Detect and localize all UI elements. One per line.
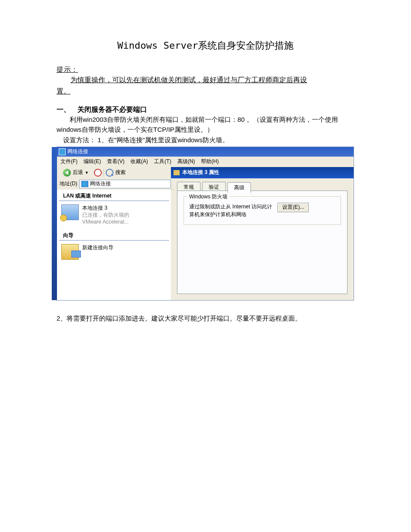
- properties-titlebar[interactable]: 本地连接 3 属性: [171, 167, 354, 178]
- left-accent-bar: [52, 147, 57, 300]
- connection-adapter: VMware Accelerat...: [82, 218, 129, 225]
- page-title: Windows Server系统自身安全防护措施: [57, 39, 354, 52]
- search-icon[interactable]: [106, 169, 114, 177]
- window-title: 网络连接: [67, 148, 88, 155]
- menu-file[interactable]: 文件(F): [60, 158, 77, 165]
- section1-head: 一、 关闭服务器不必要端口: [57, 105, 354, 114]
- address-bar: 地址(D) 网络连接: [57, 178, 174, 190]
- hint-label: 提示：: [57, 65, 354, 74]
- address-value: 网络连接: [90, 180, 111, 187]
- back-button[interactable]: 后退 ▼: [60, 168, 92, 177]
- properties-icon: [174, 170, 180, 175]
- hint-line2: 置。: [57, 86, 354, 97]
- step2-text: 2、将需要打开的端口添加进去。建议大家尽可能少打开端口。尽量不要开远程桌面。: [57, 315, 354, 323]
- tab-advanced[interactable]: 高级: [227, 182, 251, 193]
- stop-icon[interactable]: [94, 169, 102, 177]
- search-label[interactable]: 搜索: [115, 169, 126, 176]
- menu-fav[interactable]: 收藏(A): [130, 158, 148, 165]
- groupbox-legend: Windows 防火墙: [187, 193, 229, 201]
- wizard-label: 新建连接向导: [82, 244, 114, 251]
- app-icon: [59, 148, 66, 155]
- firewall-groupbox: Windows 防火墙 通过限制或防止从 Internet 访问此计 算机来保护…: [184, 196, 341, 225]
- menu-advanced[interactable]: 高级(N): [177, 158, 195, 165]
- firewall-desc-line1: 通过限制或防止从 Internet 访问此计: [189, 203, 272, 211]
- menu-help[interactable]: 帮助(H): [201, 158, 219, 165]
- tab-panel-advanced: Windows 防火墙 通过限制或防止从 Internet 访问此计 算机来保护…: [177, 191, 348, 294]
- firewall-desc-line2: 算机来保护计算机和网络: [189, 211, 272, 218]
- group-wizard-header: 向导: [59, 229, 169, 241]
- dropdown-caret-icon: ▼: [85, 171, 89, 175]
- left-pane: LAN 或高速 Internet 本地连接 3 已连接，有防火墙的 VMware…: [57, 190, 171, 300]
- hint-line1: 为慎重操作，可以先在测试机做关闭测试，最好通过与厂方工程师商定后再设: [57, 74, 354, 86]
- settings-button[interactable]: 设置(E)...: [277, 203, 309, 212]
- window-titlebar[interactable]: 网络连接: [57, 147, 354, 157]
- address-field[interactable]: 网络连接: [79, 180, 171, 188]
- section1-p2: 设置方法： 1、在"网络连接"属性里设置windows防火墙。: [57, 135, 354, 145]
- menubar: 文件(F) 编辑(E) 查看(V) 收藏(A) 工具(T) 高级(N) 帮助(H…: [57, 157, 354, 167]
- group-lan-header: LAN 或高速 Internet: [59, 190, 169, 201]
- menu-edit[interactable]: 编辑(E): [84, 158, 101, 165]
- toolbar: 后退 ▼ 搜索: [57, 167, 174, 179]
- properties-title: 本地连接 3 属性: [182, 169, 219, 176]
- back-arrow-icon: [63, 169, 71, 177]
- menu-view[interactable]: 查看(V): [107, 158, 124, 165]
- section1-p1: 利用win2003自带防火墙关闭所有端口，如就留一个端口：80 。（设置有两种方…: [57, 114, 354, 135]
- connection-name: 本地连接 3: [82, 204, 129, 211]
- network-connection-icon: [61, 204, 79, 220]
- address-icon: [81, 181, 88, 187]
- screenshot-window: 网络连接 文件(F) 编辑(E) 查看(V) 收藏(A) 工具(T) 高级(N)…: [57, 147, 354, 301]
- address-label: 地址(D): [60, 180, 77, 187]
- connection-status: 已连接，有防火墙的: [82, 211, 129, 218]
- wizard-icon: [61, 244, 79, 260]
- menu-tools[interactable]: 工具(T): [154, 158, 171, 165]
- back-label: 后退: [73, 169, 83, 176]
- wizard-item[interactable]: 新建连接向导: [57, 241, 171, 263]
- connection-item[interactable]: 本地连接 3 已连接，有防火墙的 VMware Accelerat...: [57, 201, 171, 229]
